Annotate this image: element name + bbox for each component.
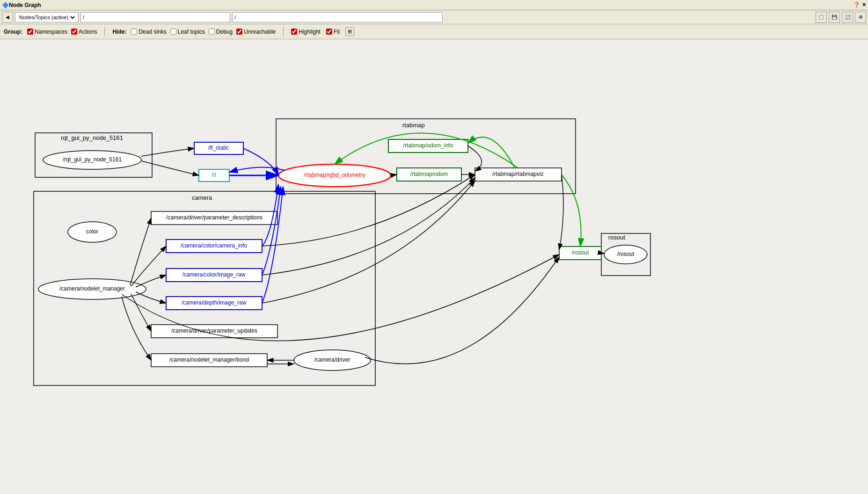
rgbd-odometry-text: /rtabmap/rgbd_odometry (304, 172, 365, 178)
fit-checkbox[interactable] (326, 29, 332, 35)
leaf-topics-checkbox[interactable] (170, 29, 176, 35)
hide-label: Hide: (112, 29, 126, 35)
namespaces-checkbox[interactable] (27, 29, 33, 35)
edge-nodeletmgr-bond (122, 297, 151, 360)
window-close-btn[interactable]: ✕ (862, 2, 866, 8)
edge-nodeletmgr-colorinfo (131, 246, 166, 286)
path1-input[interactable] (80, 12, 230, 22)
color-text: color (86, 228, 98, 235)
cam-nodelet-bond-text: /camera/nodelet_manager/bond (169, 356, 249, 363)
dropdown-nodes-topics[interactable]: Nodes/Topics (active) Nodes only Topics … (15, 12, 79, 22)
odom-info-text: /rtabmap/odom_info (403, 142, 453, 149)
edge-odominfo-rtabmapviz (468, 146, 481, 171)
save-button[interactable]: 💾 (829, 12, 840, 23)
edge-rosout-topic-node (601, 253, 604, 254)
highlight-checkbox-item[interactable]: Highlight (291, 29, 321, 35)
unreachable-label: Unreachable (244, 29, 276, 35)
fit-label: Fit (334, 29, 340, 35)
window-title: Node Graph (9, 2, 41, 8)
edge-green-rtabmapviz-odominfo (468, 137, 515, 168)
rosout-node-text: /rosout (617, 251, 635, 257)
rtabmapviz-text: /rtabmap/rtabmapviz (492, 171, 543, 177)
rqt-node-text: /rqt_gui_py_node_5161 (63, 156, 122, 163)
edge-depthimg-rtabmapviz (262, 181, 475, 303)
namespaces-label: Namespaces (35, 29, 67, 35)
unreachable-checkbox[interactable] (236, 29, 242, 35)
rtabmap-group-label: rtabmap (402, 122, 425, 129)
settings-button[interactable]: ⚙ (855, 12, 866, 23)
cam-driver-param-desc-text: /camera/driver/parameter_descriptions (166, 214, 262, 221)
edge-rqt-tfstatic (141, 148, 194, 156)
cam-color-image-text: /camera/color/image_raw (182, 271, 246, 278)
dead-sinks-checkbox[interactable] (131, 29, 137, 35)
edge-rqt-tf (141, 161, 199, 175)
graph-svg: rqt_gui_py_node_5161 /rqt_gui_py_node_51… (0, 39, 868, 494)
unreachable-checkbox-item[interactable]: Unreachable (236, 29, 276, 35)
hide-options: Hide: Dead sinks Leaf topics Debug Unrea… (112, 29, 276, 35)
rqt-group-label: rqt_gui_py_node_5161 (61, 134, 123, 141)
edge-rgbd-odom (391, 174, 397, 175)
debug-checkbox[interactable] (209, 29, 215, 35)
back-button[interactable]: ◀ (2, 12, 13, 23)
separator1 (104, 27, 105, 36)
refresh-button[interactable]: 🔄 (842, 12, 853, 23)
options-bar: Group: Namespaces Actions Hide: Dead sin… (0, 24, 868, 39)
leaf-topics-checkbox-item[interactable]: Leaf topics (170, 29, 205, 35)
rosout-group-label: rosout (608, 234, 626, 241)
cam-depth-image-text: /camera/depth/image_raw (182, 299, 247, 306)
edge-rtabmapviz-rosout (559, 174, 563, 250)
screenshot-button[interactable]: 📋 (816, 12, 827, 23)
highlight-label: Highlight (299, 29, 321, 35)
title-icon: 🔷 (2, 2, 9, 8)
fit-icon-button[interactable]: ⊞ (345, 27, 354, 36)
camera-group-label: camera (192, 194, 212, 201)
actions-label: Actions (79, 29, 97, 35)
odom-text: /rtabmap/odom (410, 171, 448, 177)
edge-tfstatic-rgbd (243, 148, 278, 175)
debug-checkbox-item[interactable]: Debug (209, 29, 233, 35)
rosout-topic-text: /rosout (572, 249, 589, 256)
tf-static-text: /tf_static (208, 145, 229, 151)
cam-nodelet-manager-text: /camera/nodelet_manager (59, 285, 125, 292)
nodes-topics-select[interactable]: Nodes/Topics (active) Nodes only Topics … (17, 14, 76, 21)
path2-input[interactable] (232, 12, 443, 22)
fit-checkbox-item[interactable]: Fit (326, 29, 340, 35)
dead-sinks-label: Dead sinks (139, 29, 166, 35)
edge-green-rtabmapviz-rosout (562, 174, 581, 247)
actions-checkbox[interactable] (71, 29, 77, 35)
dead-sinks-checkbox-item[interactable]: Dead sinks (131, 29, 166, 35)
debug-label: Debug (216, 29, 233, 35)
edge-camdriver-rosout (365, 257, 559, 364)
cam-color-info-text: /camera/color/camera_info (181, 242, 247, 249)
cam-driver-text: /camera/driver (314, 356, 350, 363)
separator2 (283, 27, 284, 36)
edge-nodeletmgr-paramdesc (130, 218, 151, 285)
tf-text: /tf (212, 172, 217, 178)
edge-colorinfo-rtabmapviz (262, 174, 475, 246)
main-canvas[interactable]: rqt_gui_py_node_5161 /rqt_gui_py_node_51… (0, 39, 868, 494)
edge-nodeletmgr-paramupd (131, 294, 151, 331)
actions-checkbox-item[interactable]: Actions (71, 29, 97, 35)
namespaces-checkbox-item[interactable]: Namespaces (27, 29, 67, 35)
toolbar: ◀ Nodes/Topics (active) Nodes only Topic… (0, 10, 868, 24)
leaf-topics-label: Leaf topics (178, 29, 205, 35)
group-options: Group: Namespaces Actions (4, 29, 97, 35)
titlebar: 🔷 Node Graph ❓ ✕ (0, 0, 868, 10)
highlight-checkbox[interactable] (291, 29, 297, 35)
edge-nodeletmgr-colorimg (136, 275, 166, 287)
cam-driver-param-upd-text: /camera/driver/parameter_updates (171, 327, 257, 334)
window-help-btn[interactable]: ❓ (853, 2, 860, 8)
group-label: Group: (4, 29, 22, 35)
